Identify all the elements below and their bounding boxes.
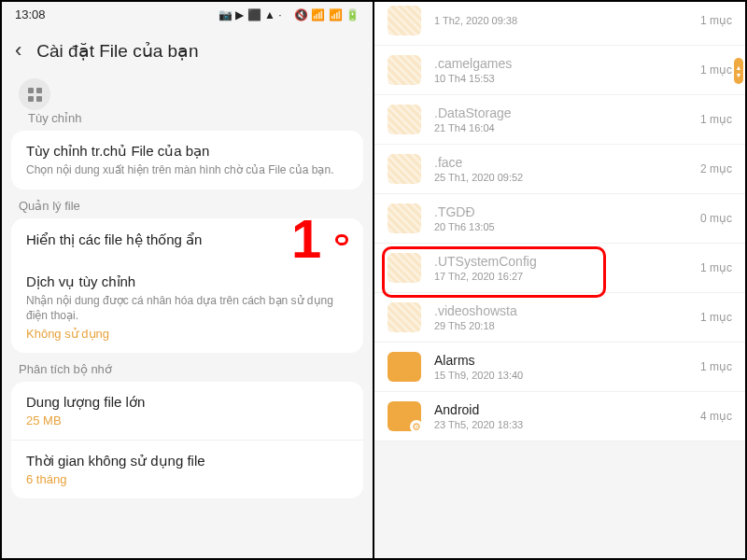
folder-info: Android23 Th5, 2020 18:33: [434, 402, 687, 430]
folder-info: 1 Th2, 2020 09:38: [434, 15, 687, 26]
folder-row[interactable]: Alarms15 Th9, 2020 13:401 mục: [374, 343, 745, 392]
annotation-1: 1: [291, 207, 321, 270]
folder-date: 20 Th6 13:05: [434, 221, 687, 232]
folder-row[interactable]: .videoshowsta29 Th5 20:181 mục: [374, 293, 745, 343]
large-files-value: 25 MB: [26, 413, 348, 427]
storage-card: Dung lượng file lớn 25 MB Thời gian khôn…: [11, 382, 363, 498]
hidden-files-label: Hiển thị các file hệ thống ẩn: [26, 231, 202, 248]
folder-name: .face: [434, 155, 687, 170]
customize-card: Tùy chỉnh tr.chủ File của bạn Chọn nội d…: [11, 131, 363, 189]
folder-name: .DataStorage: [434, 105, 687, 120]
page-title: Cài đặt File của bạn: [36, 40, 198, 62]
folder-info: .DataStorage21 Th4 16:04: [434, 105, 687, 133]
file-list-panel: 1 Th2, 2020 09:381 mục.camelgames10 Th4 …: [374, 2, 745, 558]
folder-info: .face25 Th1, 2020 09:52: [434, 155, 687, 183]
folder-icon: [388, 6, 421, 35]
folder-row[interactable]: 1 Th2, 2020 09:381 mục: [374, 2, 745, 46]
folder-name: .videoshowsta: [434, 303, 687, 318]
folder-date: 15 Th9, 2020 13:40: [434, 370, 687, 381]
custom-service-status: Không sử dụng: [26, 327, 348, 341]
folder-info: Alarms15 Th9, 2020 13:40: [434, 353, 687, 381]
folder-count: 1 mục: [700, 14, 732, 27]
status-icons: 📷 ▶ ⬛ ▲ · 🔇 📶 📶 🔋: [218, 8, 359, 21]
folder-count: 0 mục: [700, 212, 732, 225]
folder-name: .UTSystemConfig: [434, 254, 687, 269]
customize-home-item[interactable]: Tùy chỉnh tr.chủ File của bạn Chọn nội d…: [11, 131, 363, 189]
folder-count: 1 mục: [700, 113, 732, 126]
folder-info: .TGDĐ20 Th6 13:05: [434, 204, 687, 232]
customize-home-title: Tùy chỉnh tr.chủ File của bạn: [26, 143, 348, 160]
folder-icon: [388, 154, 421, 184]
folder-row[interactable]: .camelgames10 Th4 15:531 mục: [374, 46, 745, 95]
highlight-toggle-box: [335, 234, 348, 245]
folder-row[interactable]: .DataStorage21 Th4 16:041 mục: [374, 95, 745, 145]
custom-service-item[interactable]: Dịch vụ tùy chỉnh Nhận nội dung được cá …: [11, 261, 363, 352]
folder-date: 25 Th1, 2020 09:52: [434, 172, 687, 183]
folder-icon: [388, 401, 421, 431]
customize-home-sub: Chọn nội dung xuất hiện trên màn hình ch…: [26, 162, 348, 177]
folder-name: .TGDĐ: [434, 204, 687, 219]
section-storage-label: Phân tích bộ nhớ: [2, 353, 373, 382]
custom-service-sub: Nhận nội dung được cá nhân hóa dựa trên …: [26, 293, 348, 323]
folder-row[interactable]: .UTSystemConfig17 Th2, 2020 16:271 mục: [374, 244, 745, 293]
folder-count: 1 mục: [700, 261, 732, 274]
unused-time-item[interactable]: Thời gian không sử dụng file 6 tháng: [11, 440, 363, 498]
folder-count: 1 mục: [700, 63, 732, 77]
folder-icon: [388, 352, 421, 382]
folder-info: .camelgames10 Th4 15:53: [434, 56, 687, 84]
folder-icon: [388, 302, 421, 332]
folder-icon: [388, 203, 421, 233]
back-icon[interactable]: ‹: [15, 38, 21, 63]
folder-icon: [388, 55, 421, 85]
folder-count: 4 mục: [700, 410, 732, 423]
folder-date: 1 Th2, 2020 09:38: [434, 15, 687, 26]
folder-count: 2 mục: [700, 162, 732, 175]
folder-name: Android: [434, 402, 687, 417]
status-bar: 13:08 📷 ▶ ⬛ ▲ · 🔇 📶 📶 🔋: [2, 2, 373, 27]
file-list: 1 Th2, 2020 09:381 mục.camelgames10 Th4 …: [374, 2, 745, 441]
layout-grid-button[interactable]: [19, 78, 50, 110]
folder-row[interactable]: .face25 Th1, 2020 09:522 mục: [374, 145, 745, 194]
folder-count: 1 mục: [700, 311, 732, 324]
folder-icon: [388, 253, 421, 283]
folder-row[interactable]: .TGDĐ20 Th6 13:050 mục: [374, 194, 745, 244]
custom-service-title: Dịch vụ tùy chỉnh: [26, 273, 348, 290]
folder-count: 1 mục: [700, 360, 732, 373]
folder-date: 10 Th4 15:53: [434, 73, 687, 84]
large-files-item[interactable]: Dung lượng file lớn 25 MB: [11, 382, 363, 440]
folder-name: Alarms: [434, 353, 687, 368]
folder-date: 23 Th5, 2020 18:33: [434, 419, 687, 430]
header: ‹ Cài đặt File của bạn: [2, 27, 373, 79]
scroll-indicator[interactable]: ▲▼: [734, 58, 743, 84]
folder-date: 29 Th5 20:18: [434, 320, 687, 331]
section-customize-label: Tùy chỉnh: [2, 79, 373, 131]
settings-panel: 13:08 📷 ▶ ⬛ ▲ · 🔇 📶 📶 🔋 ‹ Cài đặt File c…: [2, 2, 374, 558]
large-files-title: Dung lượng file lớn: [26, 394, 348, 411]
folder-icon: [388, 105, 421, 134]
unused-time-title: Thời gian không sử dụng file: [26, 453, 348, 469]
folder-row[interactable]: Android23 Th5, 2020 18:334 mục: [374, 392, 745, 441]
unused-time-value: 6 tháng: [26, 472, 348, 486]
status-time: 13:08: [15, 7, 46, 21]
folder-info: .videoshowsta29 Th5 20:18: [434, 303, 687, 331]
folder-date: 17 Th2, 2020 16:27: [434, 271, 687, 282]
folder-info: .UTSystemConfig17 Th2, 2020 16:27: [434, 254, 687, 282]
folder-name: .camelgames: [434, 56, 687, 71]
folder-date: 21 Th4 16:04: [434, 122, 687, 133]
